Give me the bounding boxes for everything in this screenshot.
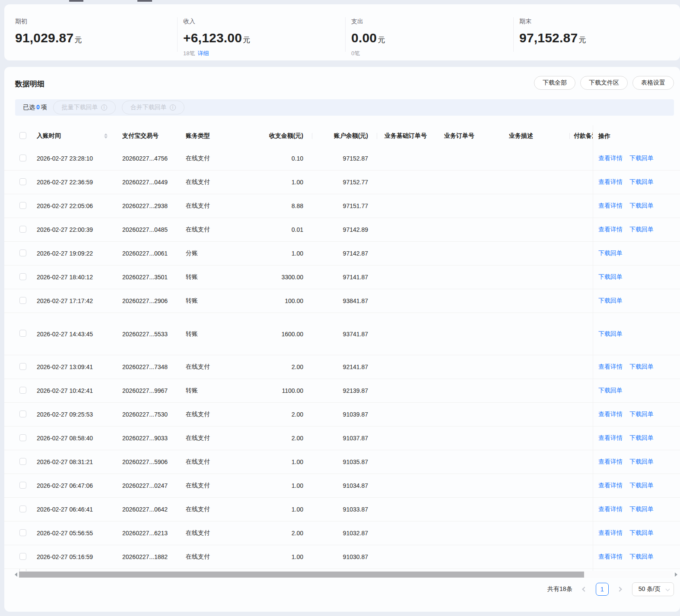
summary-value: 0.00元 <box>351 31 508 45</box>
column-header-time: 入账时间 <box>37 132 122 140</box>
view-details-link[interactable]: 查看详情 <box>598 363 623 371</box>
view-details-link[interactable]: 查看详情 <box>598 202 623 210</box>
view-details-link[interactable]: 查看详情 <box>598 505 623 513</box>
download-receipt-link[interactable]: 下载回单 <box>629 458 654 466</box>
page-size-select[interactable]: 50 条/页 <box>632 582 674 596</box>
batch-download-receipt-button[interactable]: 批量下载回单i <box>53 101 116 114</box>
row-checkbox[interactable] <box>19 505 26 512</box>
total-count: 共有18条 <box>547 585 572 593</box>
cell-type: 在线支付 <box>186 202 245 210</box>
row-checkbox[interactable] <box>19 482 26 489</box>
download-receipt-link[interactable]: 下载回单 <box>598 297 623 305</box>
row-checkbox-cell <box>4 273 37 281</box>
cell-balance: 97142.87 <box>303 250 368 257</box>
header-checkbox-cell <box>4 132 37 140</box>
download-all-button[interactable]: 下载全部 <box>534 76 575 90</box>
download-receipt-link[interactable]: 下载回单 <box>629 363 654 371</box>
row-checkbox[interactable] <box>19 458 26 465</box>
cell-txn-id: 20260227...0449 <box>122 179 186 186</box>
row-checkbox[interactable] <box>19 297 26 304</box>
cell-balance: 91032.87 <box>303 530 368 537</box>
current-page-button[interactable]: 1 <box>596 583 609 596</box>
download-receipt-link[interactable]: 下载回单 <box>598 387 623 395</box>
download-receipt-link[interactable]: 下载回单 <box>629 505 654 513</box>
cell-amount: 2.00 <box>245 530 303 537</box>
download-receipt-link[interactable]: 下载回单 <box>629 434 654 442</box>
merge-download-receipt-button[interactable]: 合并下载回单i <box>122 101 184 114</box>
scroll-left-arrow[interactable] <box>13 572 19 578</box>
cell-amount: 0.01 <box>245 226 303 233</box>
download-receipt-link[interactable]: 下载回单 <box>629 553 654 561</box>
cell-amount: 0.10 <box>245 155 303 162</box>
view-details-link[interactable]: 查看详情 <box>598 155 623 162</box>
select-all-checkbox[interactable] <box>19 132 26 139</box>
summary-income: 收入 +6,123.00元 18笔详细 <box>172 15 340 54</box>
row-checkbox[interactable] <box>19 226 26 233</box>
table-row: 2026-02-27 18:40:1220260227...3501转账3300… <box>4 265 680 289</box>
cell-time: 2026-02-27 13:09:41 <box>37 363 122 370</box>
download-receipt-link[interactable]: 下载回单 <box>629 411 654 418</box>
view-details-link[interactable]: 查看详情 <box>598 529 623 537</box>
row-checkbox[interactable] <box>19 330 26 337</box>
view-details-link[interactable]: 查看详情 <box>598 458 623 466</box>
view-details-link[interactable]: 查看详情 <box>598 434 623 442</box>
cell-type: 在线支付 <box>186 458 245 466</box>
sort-icon[interactable] <box>104 133 108 139</box>
data-detail-panel: 数据明细 下载全部 下载文件区 表格设置 已选0项 批量下载回单i 合并下载回单… <box>4 67 680 612</box>
cell-balance: 91033.87 <box>303 506 368 513</box>
cell-actions: 查看详情下载回单 <box>593 218 680 242</box>
row-checkbox-cell <box>4 250 37 258</box>
download-file-area-button[interactable]: 下载文件区 <box>580 76 628 90</box>
cell-actions: 查看详情下载回单 <box>593 147 680 171</box>
scrollbar-thumb[interactable] <box>19 572 584 578</box>
download-receipt-link[interactable]: 下载回单 <box>629 155 654 162</box>
row-checkbox[interactable] <box>19 250 26 256</box>
scroll-right-arrow[interactable] <box>673 572 679 578</box>
row-checkbox-cell <box>4 363 37 371</box>
download-receipt-link[interactable]: 下载回单 <box>598 330 623 338</box>
row-checkbox[interactable] <box>19 411 26 417</box>
row-checkbox[interactable] <box>19 529 26 536</box>
cell-time: 2026-02-27 06:46:41 <box>37 506 122 513</box>
view-details-link[interactable]: 查看详情 <box>598 411 623 418</box>
table-row: 2026-02-27 08:31:2120260227...5906在线支付1.… <box>4 450 680 474</box>
download-receipt-link[interactable]: 下载回单 <box>629 226 654 234</box>
download-receipt-link[interactable]: 下载回单 <box>598 273 623 281</box>
scrollbar-track[interactable] <box>19 571 673 578</box>
cell-type: 分账 <box>186 250 245 257</box>
cell-amount: 2.00 <box>245 435 303 442</box>
view-details-link[interactable]: 查看详情 <box>598 482 623 490</box>
table-settings-button[interactable]: 表格设置 <box>632 76 674 90</box>
row-checkbox[interactable] <box>19 273 26 280</box>
row-checkbox[interactable] <box>19 434 26 441</box>
download-receipt-link[interactable]: 下载回单 <box>629 178 654 186</box>
row-checkbox[interactable] <box>19 202 26 209</box>
income-detail-link[interactable]: 详细 <box>197 50 209 57</box>
cell-time: 2026-02-27 08:31:21 <box>37 458 122 465</box>
cell-balance: 97152.87 <box>303 155 368 162</box>
row-checkbox[interactable] <box>19 178 26 185</box>
currency-unit: 元 <box>578 36 586 44</box>
summary-value: +6,123.00元 <box>183 31 340 45</box>
summary-card: 期初 91,029.87元 收入 +6,123.00元 18笔详细 支出 0.0… <box>4 4 680 60</box>
view-details-link[interactable]: 查看详情 <box>598 178 623 186</box>
row-checkbox-cell <box>4 387 37 395</box>
column-header-amount: 收支金额(元) <box>245 132 303 140</box>
download-receipt-link[interactable]: 下载回单 <box>629 202 654 210</box>
prev-page-button[interactable] <box>578 584 590 595</box>
table-body: 2026-02-27 23:28:1020260227...4756在线支付0.… <box>4 147 680 569</box>
download-receipt-link[interactable]: 下载回单 <box>629 482 654 490</box>
cell-amount: 1.00 <box>245 250 303 257</box>
download-receipt-link[interactable]: 下载回单 <box>629 529 654 537</box>
download-receipt-link[interactable]: 下载回单 <box>598 250 623 257</box>
view-details-link[interactable]: 查看详情 <box>598 226 623 234</box>
row-checkbox[interactable] <box>19 553 26 560</box>
row-checkbox[interactable] <box>19 155 26 161</box>
summary-sub: 18笔详细 <box>183 50 340 57</box>
row-checkbox-cell <box>4 155 37 163</box>
view-details-link[interactable]: 查看详情 <box>598 553 623 561</box>
next-page-button[interactable] <box>615 584 626 595</box>
row-checkbox[interactable] <box>19 387 26 394</box>
row-checkbox[interactable] <box>19 363 26 370</box>
summary-label: 收入 <box>183 18 340 25</box>
